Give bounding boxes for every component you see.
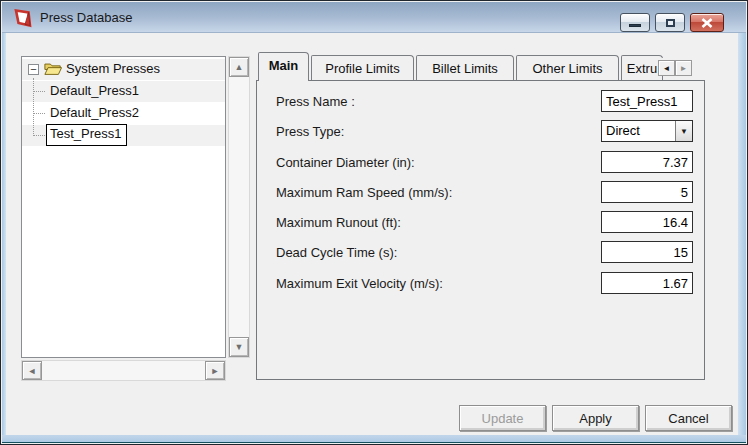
tree-branch-stub — [33, 91, 45, 92]
minimize-button[interactable] — [620, 13, 650, 32]
dead-cycle-time-input[interactable] — [601, 241, 693, 263]
close-button[interactable] — [690, 13, 724, 32]
max-runout-input[interactable] — [601, 211, 693, 233]
tab-extrusion-limits[interactable]: Extru } — [621, 55, 663, 81]
dead-cycle-time-label: Dead Cycle Time (s): — [276, 245, 397, 260]
tab-other-limits[interactable]: Other Limits — [516, 55, 619, 81]
max-runout-label: Maximum Runout (ft): — [276, 215, 401, 230]
container-diameter-label: Container Diameter (in): — [276, 155, 415, 170]
tree-item-test-press1[interactable]: Test_Press1 — [22, 125, 225, 146]
tab-profile-limits[interactable]: Profile Limits — [311, 55, 414, 81]
press-type-value: Direct — [602, 121, 675, 141]
update-button[interactable]: Update — [459, 405, 546, 431]
window-controls — [620, 13, 724, 32]
tree-collapse-icon[interactable]: − — [28, 64, 39, 75]
scroll-up-icon: ▲ — [235, 62, 244, 72]
tree-item-label: Default_Press1 — [50, 83, 139, 98]
open-folder-icon — [44, 62, 62, 76]
tree-horizontal-scrollbar[interactable]: ◄ ► — [21, 360, 226, 381]
tree-root-system-presses[interactable]: − System Presses — [22, 59, 225, 80]
scroll-left-button[interactable]: ◄ — [22, 361, 42, 380]
press-type-select[interactable]: Direct ▼ — [601, 120, 693, 142]
window-frame-left — [2, 33, 6, 443]
cancel-button[interactable]: Cancel — [645, 405, 732, 431]
apply-button[interactable]: Apply — [552, 405, 639, 431]
window-title: Press Database — [40, 10, 133, 25]
scroll-up-button[interactable]: ▲ — [229, 57, 249, 77]
max-ram-speed-label: Maximum Ram Speed (mm/s): — [276, 185, 452, 200]
tab-scroll-right-icon: ► — [680, 64, 688, 73]
close-icon — [701, 18, 713, 28]
window-frame-right — [738, 33, 746, 443]
tree-item-default-press1[interactable]: Default_Press1 — [22, 81, 225, 102]
max-exit-velocity-input[interactable] — [601, 272, 693, 294]
tree-item-label: Default_Press2 — [50, 105, 139, 120]
titlebar[interactable]: Press Database — [2, 2, 746, 33]
main-tab-page: Press Name : Press Type: Direct ▼ Contai… — [256, 80, 705, 380]
window-frame-bottom — [2, 435, 746, 443]
tab-scroll-left-icon: ◄ — [663, 64, 671, 73]
minimize-icon — [629, 24, 641, 27]
max-exit-velocity-label: Maximum Exit Velocity (m/s): — [276, 276, 443, 291]
scroll-down-icon: ▼ — [235, 342, 244, 352]
scroll-right-button[interactable]: ► — [205, 361, 225, 380]
scroll-left-icon: ◄ — [28, 366, 37, 376]
press-name-label: Press Name : — [276, 94, 355, 109]
max-ram-speed-input[interactable] — [601, 181, 693, 203]
tab-billet-limits[interactable]: Billet Limits — [416, 55, 514, 81]
scroll-right-icon: ► — [211, 366, 220, 376]
scroll-down-button[interactable]: ▼ — [229, 337, 249, 357]
press-database-window: Press Database − — [0, 0, 748, 445]
app-logo-icon — [13, 8, 33, 28]
tab-scroll-left-button[interactable]: ◄ — [658, 60, 675, 76]
tree-branch-stub — [33, 113, 45, 114]
tree-branch-stub — [33, 135, 45, 136]
tab-label: Extru — [627, 61, 657, 76]
tab-scroller: ◄ ► — [658, 60, 692, 76]
container-diameter-input[interactable] — [601, 151, 693, 173]
press-tree: − System Presses Default_Press1 Default_… — [21, 56, 226, 358]
maximize-icon — [666, 19, 675, 27]
combo-dropdown-button[interactable]: ▼ — [675, 121, 692, 141]
maximize-button[interactable] — [655, 13, 685, 32]
tree-root-label: System Presses — [66, 61, 160, 76]
press-type-label: Press Type: — [276, 124, 344, 139]
press-name-input[interactable] — [601, 90, 693, 112]
chevron-down-icon: ▼ — [680, 127, 688, 136]
tab-scroll-right-button[interactable]: ► — [675, 60, 692, 76]
tree-item-rename-input[interactable]: Test_Press1 — [46, 124, 127, 146]
tab-main[interactable]: Main — [258, 52, 309, 81]
tree-vertical-scrollbar[interactable]: ▲ ▼ — [228, 56, 250, 358]
tree-item-default-press2[interactable]: Default_Press2 — [22, 103, 225, 124]
